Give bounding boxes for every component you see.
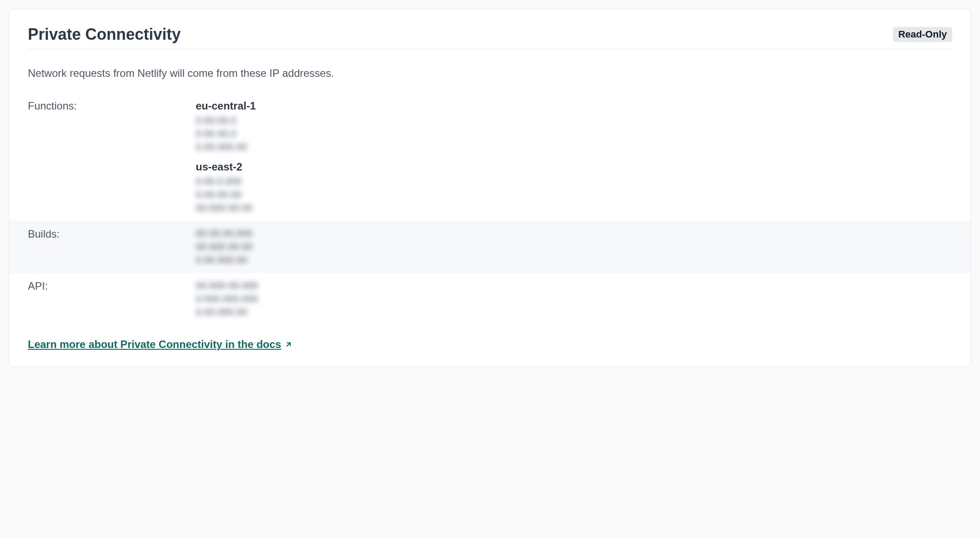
- builds-content: 00.00.00.000 00.000.00.00 0.00.000.00: [196, 228, 952, 266]
- ip-address: 00.000.00.00: [196, 202, 952, 214]
- builds-label: Builds:: [28, 228, 196, 266]
- api-label: API:: [28, 280, 196, 318]
- external-link-icon: [285, 340, 292, 348]
- ip-address: 0.00.000.00: [196, 141, 952, 153]
- api-row: API: 00.000.00.000 0.000.000.000 0.00.00…: [28, 273, 952, 325]
- api-content: 00.000.00.000 0.000.000.000 0.00.000.00: [196, 280, 952, 318]
- builds-row: Builds: 00.00.00.000 00.000.00.00 0.00.0…: [9, 221, 971, 273]
- private-connectivity-card: Private Connectivity Read-Only Network r…: [9, 9, 971, 367]
- card-description: Network requests from Netlify will come …: [28, 67, 952, 79]
- docs-link-text: Learn more about Private Connectivity in…: [28, 338, 281, 351]
- ip-address: 0.00.000.00: [196, 254, 952, 266]
- region-name: eu-central-1: [196, 100, 952, 112]
- region-name: us-east-2: [196, 161, 952, 173]
- functions-row: Functions: eu-central-1 0.00.00.0 0.00.0…: [28, 93, 952, 221]
- functions-label: Functions:: [28, 100, 196, 214]
- card-header: Private Connectivity Read-Only: [28, 25, 952, 49]
- ip-address: 00.000.00.00: [196, 241, 952, 253]
- ip-address: 00.000.00.000: [196, 280, 952, 291]
- read-only-badge: Read-Only: [893, 27, 952, 42]
- ip-address: 00.00.00.000: [196, 228, 952, 239]
- ip-address: 0.00.00.00: [196, 189, 952, 200]
- ip-address: 0.00.0.000: [196, 176, 952, 187]
- ip-address: 0.000.000.000: [196, 293, 952, 305]
- ip-address: 0.00.00.0: [196, 128, 952, 140]
- region-block: us-east-2 0.00.0.000 0.00.00.00 00.000.0…: [196, 161, 952, 214]
- functions-content: eu-central-1 0.00.00.0 0.00.00.0 0.00.00…: [196, 100, 952, 214]
- ip-address: 0.00.000.00: [196, 306, 952, 318]
- docs-link[interactable]: Learn more about Private Connectivity in…: [28, 338, 292, 351]
- card-title: Private Connectivity: [28, 25, 181, 44]
- ip-address: 0.00.00.0: [196, 115, 952, 126]
- region-block: eu-central-1 0.00.00.0 0.00.00.0 0.00.00…: [196, 100, 952, 153]
